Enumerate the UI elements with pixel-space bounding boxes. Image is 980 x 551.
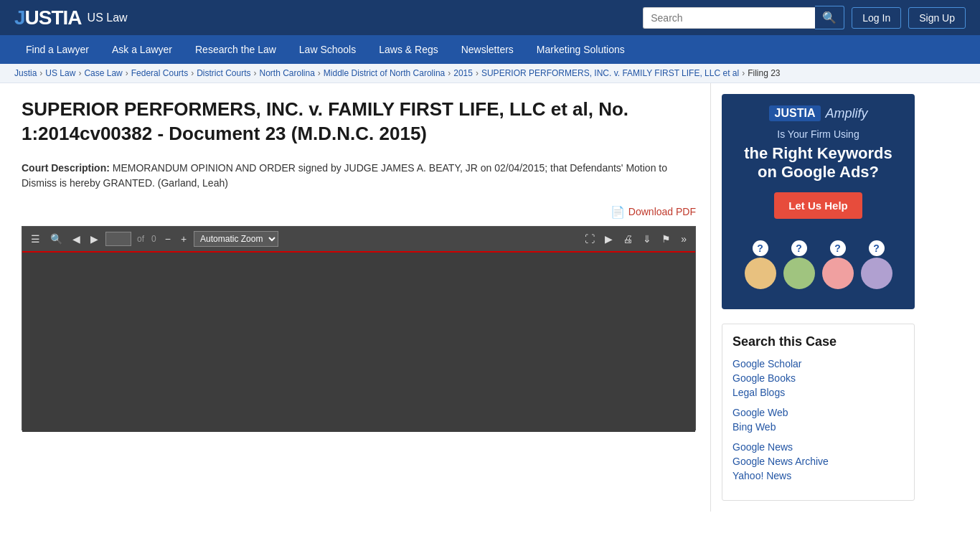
- pdf-search-btn[interactable]: 🔍: [47, 232, 65, 246]
- pdf-zoom-out[interactable]: −: [162, 232, 174, 246]
- pdf-page-total: 0: [150, 234, 158, 244]
- breadcrumb-case[interactable]: SUPERIOR PERFORMERS, INC. v. FAMILY FIRS…: [481, 68, 739, 78]
- search-case-title: Search this Case: [732, 334, 904, 349]
- court-desc-label: Court Description:: [22, 162, 110, 174]
- ad-person-2: ?: [783, 240, 815, 289]
- breadcrumb-federal-courts[interactable]: Federal Courts: [131, 68, 188, 78]
- nav-law-schools[interactable]: Law Schools: [288, 35, 367, 64]
- ad-person-3: ?: [822, 240, 854, 289]
- nav: Find a Lawyer Ask a Lawyer Research the …: [0, 35, 980, 64]
- pdf-zoom-in[interactable]: +: [178, 232, 189, 246]
- download-pdf-label[interactable]: Download PDF: [628, 206, 696, 217]
- ad-banner: JUSTIA Amplify Is Your Firm Using the Ri…: [722, 94, 915, 309]
- ad-justia-logo: JUSTIA: [769, 105, 821, 121]
- pdf-prev-page[interactable]: ◀: [70, 232, 83, 246]
- link-google-books[interactable]: Google Books: [732, 372, 904, 384]
- breadcrumb-district-courts[interactable]: District Courts: [197, 68, 250, 78]
- breadcrumb-case-law[interactable]: Case Law: [84, 68, 122, 78]
- ad-bubble-3: ?: [830, 240, 846, 256]
- link-yahoo-news[interactable]: Yahoo! News: [732, 470, 904, 481]
- sidebar: JUSTIA Amplify Is Your Firm Using the Ri…: [710, 83, 925, 512]
- ad-avatar-2: [783, 258, 815, 289]
- pdf-page-input[interactable]: 0: [105, 232, 131, 246]
- signup-button[interactable]: Sign Up: [908, 7, 966, 29]
- logo-area: JUSTIA US Law: [14, 6, 128, 29]
- breadcrumb-us-law[interactable]: US Law: [45, 68, 75, 78]
- pdf-sidebar-toggle[interactable]: ☰: [28, 232, 43, 246]
- court-desc-text: MEMORANDUM OPINION AND ORDER signed by J…: [22, 162, 667, 189]
- nav-newsletters[interactable]: Newsletters: [450, 35, 525, 64]
- pdf-zoom-select[interactable]: Automatic Zoom: [194, 231, 278, 247]
- nav-laws-regs[interactable]: Laws & Regs: [367, 35, 449, 64]
- search-input[interactable]: [643, 7, 815, 29]
- pdf-download[interactable]: ⇓: [640, 232, 654, 246]
- nav-find-lawyer[interactable]: Find a Lawyer: [14, 35, 100, 64]
- ad-keywords: the Right Keywords on Google Ads?: [733, 144, 903, 182]
- search-bar: 🔍: [643, 6, 844, 29]
- pdf-next-page[interactable]: ▶: [88, 232, 101, 246]
- breadcrumb-2015[interactable]: 2015: [453, 68, 473, 78]
- ad-bubble-2: ?: [791, 240, 807, 256]
- ad-amplify: Amplify: [825, 106, 867, 121]
- breadcrumb: Justia › US Law › Case Law › Federal Cou…: [0, 64, 980, 83]
- ad-person-1: ?: [745, 240, 776, 289]
- link-bing-web[interactable]: Bing Web: [732, 421, 904, 433]
- ad-person-4: ?: [861, 240, 892, 289]
- pdf-presentation[interactable]: ▶: [602, 232, 616, 246]
- header: JUSTIA US Law 🔍 Log In Sign Up: [0, 0, 980, 35]
- header-right: 🔍 Log In Sign Up: [643, 6, 966, 29]
- nav-research-law[interactable]: Research the Law: [184, 35, 288, 64]
- nav-ask-lawyer[interactable]: Ask a Lawyer: [100, 35, 184, 64]
- ad-avatar-1: [745, 258, 776, 289]
- court-description: Court Description: MEMORANDUM OPINION AN…: [22, 161, 696, 191]
- search-case-section: Search this Case Google Scholar Google B…: [722, 324, 915, 501]
- link-google-scholar[interactable]: Google Scholar: [732, 358, 904, 369]
- ad-avatar-4: [861, 258, 892, 289]
- search-button[interactable]: 🔍: [815, 6, 844, 29]
- pdf-fullscreen[interactable]: ⛶: [582, 232, 598, 246]
- ad-illustration: ? ? ? ?: [733, 240, 903, 289]
- ad-cta-button[interactable]: Let Us Help: [774, 192, 862, 219]
- pdf-more[interactable]: »: [678, 232, 689, 246]
- nav-marketing[interactable]: Marketing Solutions: [525, 35, 636, 64]
- ad-subtitle: Is Your Firm Using: [733, 128, 903, 140]
- ad-bubble-4: ?: [869, 240, 885, 256]
- ad-avatar-3: [822, 258, 854, 289]
- pdf-page-sep: of: [136, 234, 146, 244]
- link-google-web[interactable]: Google Web: [732, 407, 904, 418]
- pdf-content-area: [22, 253, 695, 432]
- ad-top: JUSTIA Amplify: [733, 105, 903, 121]
- main-layout: SUPERIOR PERFORMERS, INC. v. FAMILY FIRS…: [0, 83, 980, 512]
- download-pdf[interactable]: 📄 Download PDF: [22, 205, 696, 219]
- ad-bubble-1: ?: [753, 240, 768, 256]
- pdf-print[interactable]: 🖨: [620, 232, 636, 246]
- breadcrumb-north-carolina[interactable]: North Carolina: [259, 68, 314, 78]
- pdf-bookmark[interactable]: ⚑: [659, 232, 674, 246]
- link-legal-blogs[interactable]: Legal Blogs: [732, 387, 904, 398]
- search-group-2: Google Web Bing Web: [732, 407, 904, 433]
- pdf-icon: 📄: [611, 205, 625, 219]
- logo[interactable]: JUSTIA: [14, 6, 82, 29]
- pdf-viewer: ☰ 🔍 ◀ ▶ 0 of 0 − + Automatic Zoom ⛶ ▶ 🖨 …: [22, 226, 696, 430]
- breadcrumb-current: Filing 23: [748, 68, 780, 78]
- content: SUPERIOR PERFORMERS, INC. v. FAMILY FIRS…: [0, 83, 710, 512]
- login-button[interactable]: Log In: [852, 7, 901, 29]
- link-google-news-archive[interactable]: Google News Archive: [732, 456, 904, 467]
- breadcrumb-justia[interactable]: Justia: [14, 68, 37, 78]
- breadcrumb-middle-district[interactable]: Middle District of North Carolina: [324, 68, 445, 78]
- site-name: US Law: [88, 11, 128, 24]
- search-group-1: Google Scholar Google Books Legal Blogs: [732, 358, 904, 398]
- case-title: SUPERIOR PERFORMERS, INC. v. FAMILY FIRS…: [22, 98, 696, 146]
- search-group-3: Google News Google News Archive Yahoo! N…: [732, 441, 904, 481]
- link-google-news[interactable]: Google News: [732, 441, 904, 453]
- pdf-toolbar: ☰ 🔍 ◀ ▶ 0 of 0 − + Automatic Zoom ⛶ ▶ 🖨 …: [22, 227, 695, 253]
